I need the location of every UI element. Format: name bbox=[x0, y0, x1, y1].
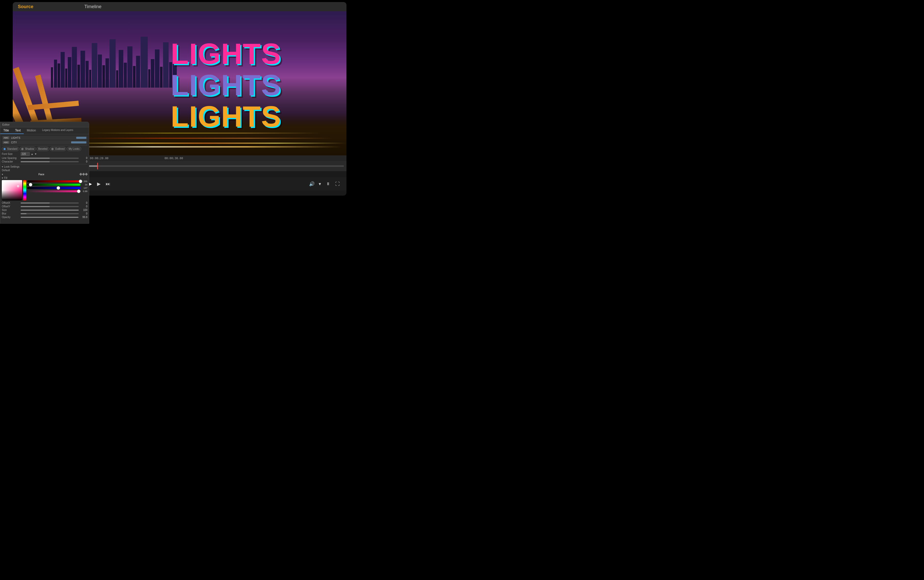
offsety-fill bbox=[21, 206, 50, 207]
look-buttons: Standard Shadow Beveled Outlined My Look… bbox=[2, 147, 87, 151]
character-label: Character bbox=[2, 160, 20, 163]
tab-text[interactable]: Text bbox=[12, 127, 24, 134]
fill-label: Fill bbox=[4, 176, 22, 179]
frame-forward-button[interactable]: ▶ bbox=[96, 180, 102, 188]
blur-fill bbox=[21, 213, 26, 214]
offsetx-slider[interactable] bbox=[21, 203, 79, 204]
look-my-looks[interactable]: My Looks bbox=[67, 147, 81, 151]
character-fill bbox=[21, 161, 50, 162]
tab-title[interactable]: Title bbox=[0, 127, 12, 134]
color-picker-box[interactable] bbox=[2, 180, 22, 201]
opacity-fill bbox=[21, 217, 78, 218]
offsetx-row: OffsetX 0 bbox=[2, 201, 87, 204]
face-arrow[interactable]: ▾ bbox=[2, 173, 3, 176]
font-size-label: Font Size bbox=[2, 153, 20, 155]
line-spacing-row: Line Spacing 0 bbox=[2, 157, 87, 160]
face-title: Face bbox=[38, 173, 44, 176]
face-keyframes bbox=[80, 173, 87, 175]
fill-row: ▾ Fill bbox=[2, 176, 87, 179]
default-row: Default bbox=[2, 169, 87, 172]
abc-icon-city: ABC bbox=[3, 141, 10, 144]
color-gradient bbox=[2, 180, 22, 201]
r-thumb bbox=[79, 180, 82, 183]
girder-h1 bbox=[28, 101, 79, 110]
b-value: 147 bbox=[81, 187, 87, 189]
line-spacing-slider[interactable] bbox=[21, 158, 79, 159]
size-value: 100 bbox=[80, 209, 87, 211]
opacity-label: Opacity bbox=[2, 216, 20, 219]
color-sliders: 255 34 147 bbox=[27, 180, 87, 201]
r-slider-row: 255 bbox=[27, 180, 87, 183]
color-selector[interactable] bbox=[17, 185, 19, 187]
blur-row: Blur 0 bbox=[2, 212, 87, 215]
opacity-slider[interactable] bbox=[21, 217, 79, 218]
offsety-label: OffsetY bbox=[2, 205, 20, 208]
radio-outlined bbox=[51, 148, 53, 150]
g-value: 34 bbox=[81, 183, 87, 186]
editor-title: Editor bbox=[2, 123, 10, 126]
g-slider-row: 34 bbox=[27, 183, 87, 186]
a-value: 0.99 bbox=[81, 190, 87, 193]
editor-body: ABC LIGHTS ABC CITY Standard Shadow Be bbox=[0, 134, 89, 220]
character-value: 0 bbox=[80, 160, 87, 163]
monitor-header: Source Timeline bbox=[13, 2, 346, 11]
timestamp-3: 00:00;30.00 bbox=[165, 157, 183, 160]
blur-value: 0 bbox=[80, 212, 87, 215]
offsety-value: 0 bbox=[80, 205, 87, 208]
size-fill bbox=[21, 209, 79, 211]
g-slider[interactable] bbox=[27, 184, 81, 186]
b-slider-row: 147 bbox=[27, 187, 87, 189]
r-slider[interactable] bbox=[27, 180, 81, 182]
face-header: ▾ Face bbox=[2, 173, 87, 176]
a-slider[interactable] bbox=[27, 190, 81, 192]
layer-city[interactable]: ABC CITY bbox=[2, 140, 87, 145]
b-slider[interactable] bbox=[27, 187, 81, 189]
lights-text-line3: LIGHTS bbox=[171, 102, 344, 131]
layer-bar-city bbox=[71, 142, 86, 143]
look-settings-row: ▾ Look Settings bbox=[2, 165, 87, 168]
tab-motion[interactable]: Motion bbox=[24, 127, 39, 134]
look-outlined-label: Outlined bbox=[55, 147, 64, 150]
look-beveled-label: Beveled bbox=[38, 147, 48, 150]
tab-legacy[interactable]: Legacy Motions and Layers bbox=[39, 127, 76, 134]
font-size-input[interactable]: 220 bbox=[21, 152, 30, 156]
volume-dropdown[interactable]: ▾ bbox=[317, 180, 323, 188]
look-standard[interactable]: Standard bbox=[2, 147, 19, 151]
layer-name-lights: LIGHTS bbox=[11, 137, 76, 139]
line-spacing-label: Line Spacing bbox=[2, 157, 20, 160]
blur-slider[interactable] bbox=[21, 213, 79, 214]
offsety-row: OffsetY 0 bbox=[2, 205, 87, 208]
editor-tabs: Title Text Motion Legacy Motions and Lay… bbox=[0, 127, 89, 134]
opacity-value: 99.8 bbox=[80, 216, 87, 219]
fill-arrow[interactable]: ▾ bbox=[2, 176, 3, 179]
volume-area: 🔊 ▾ bbox=[308, 180, 323, 188]
go-end-button[interactable]: ⏭ bbox=[104, 180, 112, 188]
line-spacing-value: 0 bbox=[80, 157, 87, 160]
lights-text-line1: LIGHTS bbox=[171, 39, 344, 69]
split-view-button[interactable]: ⏸ bbox=[324, 181, 332, 187]
expand-button[interactable]: ⛶ bbox=[334, 180, 341, 188]
size-slider[interactable] bbox=[21, 209, 79, 211]
color-picker-area: 255 34 147 bbox=[2, 180, 87, 201]
layer-name-city: CITY bbox=[11, 141, 70, 144]
abc-icon-lights: ABC bbox=[3, 136, 10, 139]
font-down-icon[interactable]: ▼ bbox=[35, 153, 37, 155]
kf-diamond-3 bbox=[85, 173, 87, 176]
timeline-playhead bbox=[97, 163, 98, 170]
font-size-row: Font Size 220 ▲ ▼ bbox=[2, 152, 87, 156]
layer-lights[interactable]: ABC LIGHTS bbox=[2, 136, 87, 140]
offsetx-fill bbox=[21, 203, 50, 204]
line-spacing-fill bbox=[21, 158, 50, 159]
look-outlined[interactable]: Outlined bbox=[50, 147, 66, 151]
font-up-icon[interactable]: ▲ bbox=[31, 153, 33, 155]
look-beveled[interactable]: Beveled bbox=[36, 147, 49, 151]
blur-label: Blur bbox=[2, 212, 20, 215]
offsety-slider[interactable] bbox=[21, 206, 79, 207]
volume-button[interactable]: 🔊 bbox=[308, 180, 316, 188]
editor-header: Editor bbox=[0, 122, 89, 127]
hue-bar[interactable] bbox=[23, 180, 26, 201]
look-shadow[interactable]: Shadow bbox=[20, 147, 36, 151]
character-slider[interactable] bbox=[21, 161, 79, 162]
divider-1 bbox=[2, 145, 87, 146]
look-settings-arrow[interactable]: ▾ bbox=[2, 165, 3, 168]
